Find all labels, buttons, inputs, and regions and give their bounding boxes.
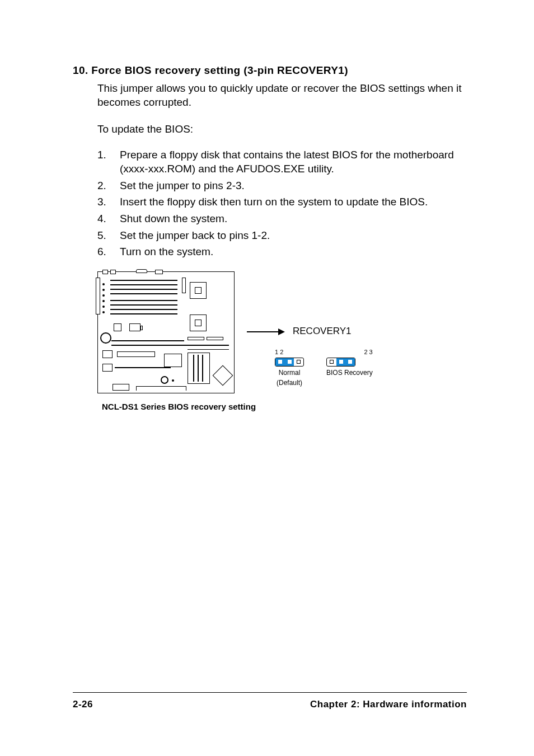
- step-text: Set the jumper back to pins 1-2.: [120, 228, 467, 243]
- jumper-normal: 1 2 Normal (Default): [275, 348, 304, 387]
- jumper-label: Normal: [275, 369, 304, 377]
- motherboard-illustration: [97, 271, 235, 393]
- section-heading: 10. Force BIOS recovery setting (3-pin R…: [73, 63, 467, 78]
- pin-numbers: 2 3: [364, 348, 372, 356]
- list-item: 4.Shut down the system.: [97, 212, 467, 226]
- step-number: 6.: [97, 245, 120, 259]
- page-number: 2-26: [73, 698, 93, 711]
- arrow-icon: [247, 331, 284, 332]
- diagram-caption: NCL-DS1 Series BIOS recovery setting: [102, 401, 467, 412]
- jumper-location-icon: [100, 332, 111, 344]
- pin-numbers: 1 2: [275, 348, 283, 356]
- list-item: 6.Turn on the system.: [97, 245, 467, 259]
- jumper-sublabel: (Default): [275, 379, 304, 387]
- step-text: Set the jumper to pins 2-3.: [120, 179, 467, 193]
- step-number: 4.: [97, 212, 120, 226]
- chapter-title: Chapter 2: Hardware information: [310, 698, 467, 711]
- step-text: Insert the floppy disk then turn on the …: [120, 195, 467, 209]
- step-text: Shut down the system.: [120, 212, 467, 226]
- step-number: 1.: [97, 148, 120, 176]
- step-number: 3.: [97, 195, 120, 209]
- step-text: Prepare a floppy disk that contains the …: [120, 148, 467, 176]
- step-number: 2.: [97, 179, 120, 193]
- list-item: 3.Insert the floppy disk then turn on th…: [97, 195, 467, 209]
- connector-label: RECOVERY1: [293, 325, 352, 338]
- step-number: 5.: [97, 228, 120, 243]
- section-intro: This jumper allows you to quickly update…: [97, 81, 467, 110]
- jumper-detail: RECOVERY1 1 2 Normal (Default) 2 3 BIOS …: [247, 271, 373, 387]
- step-text: Turn on the system.: [120, 245, 467, 259]
- jumper-pins-icon: [326, 358, 355, 367]
- jumper-recovery: 2 3 BIOS Recovery: [326, 348, 373, 387]
- section-subhead: To update the BIOS:: [97, 122, 467, 137]
- page-footer: 2-26 Chapter 2: Hardware information: [73, 692, 467, 711]
- list-item: 2.Set the jumper to pins 2-3.: [97, 179, 467, 193]
- list-item: 1.Prepare a floppy disk that contains th…: [97, 148, 467, 176]
- steps-list: 1.Prepare a floppy disk that contains th…: [97, 148, 467, 259]
- jumper-label: BIOS Recovery: [326, 369, 373, 377]
- jumper-pins-icon: [275, 358, 304, 367]
- list-item: 5.Set the jumper back to pins 1-2.: [97, 228, 467, 243]
- diagram: RECOVERY1 1 2 Normal (Default) 2 3 BIOS …: [97, 271, 467, 393]
